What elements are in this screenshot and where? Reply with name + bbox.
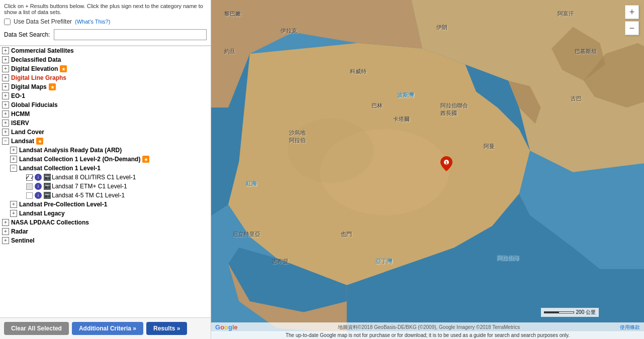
tree-label-radar: Radar [11,228,28,235]
label-yemen: 也門 [341,231,352,238]
checkbox-landsat-7[interactable] [26,183,33,190]
expand-icon-iserv[interactable]: + [2,120,9,127]
expand-icon-radar[interactable]: + [2,228,9,235]
tree-label-landsat-precollection: Landsat Pre-Collection Level-1 [19,201,107,208]
tree-item-landsat-legacy[interactable]: + Landsat Legacy [0,209,211,218]
favorite-icon-landsat-c1l2: ★ [142,156,149,163]
prefilter-checkbox[interactable] [4,19,11,25]
tree-label-declassified: Declassified Data [11,56,61,63]
tree-label-iserv: ISERV [11,120,29,127]
label-gulf-aden: 亞丁灣 [376,258,392,265]
scale-label: 200 公里 [576,309,596,316]
tree-item-landsat-c1l2[interactable]: + Landsat Collection 1 Level-2 (On-Deman… [0,155,211,164]
label-persian-gulf: 波斯灣 [397,91,414,99]
label-qatar: 卡塔爾 [393,116,410,123]
tree-item-landsat-45[interactable]: i 📷 Landsat 4-5 TM C1 Level-1 [0,191,211,200]
additional-criteria-button[interactable]: Additional Criteria » [72,322,143,335]
expand-icon-sentinel[interactable]: + [2,237,9,244]
zoom-in-button[interactable]: + [625,5,639,19]
tree-item-eo1[interactable]: + EO-1 [0,91,211,100]
expand-icon-landsat-precollection[interactable]: + [10,201,17,208]
tree-item-land-cover[interactable]: + Land Cover [0,128,211,137]
tree-item-declassified[interactable]: + Declassified Data [0,55,211,64]
expand-icon-nasa-lpdaac[interactable]: + [2,219,9,226]
expand-icon-commercial[interactable]: + [2,47,9,54]
tree-item-landsat-8[interactable]: ✓ i 📷 Landsat 8 OLI/TIRS C1 Level-1 [0,173,211,182]
map-controls: 🧍 + − [625,5,639,35]
tree-label-landsat-c1l1: Landsat Collection 1 Level-1 [19,165,101,172]
map-usage-link[interactable]: 使用條款 [620,324,640,331]
search-input[interactable] [54,29,207,40]
favorite-icon-digital-elevation: ★ [60,65,67,72]
camera-btn-landsat-45[interactable]: 📷 [44,192,51,199]
label-kuwait: 科威特 [350,68,366,75]
tree-label-landsat-c1l2: Landsat Collection 1 Level-2 (On-Demand) [19,156,140,163]
tree-container[interactable]: + Commercial Satellites + Declassified D… [0,46,211,317]
checkbox-landsat-45[interactable] [26,192,33,199]
info-btn-landsat-8[interactable]: i [35,174,42,181]
expand-icon-landsat[interactable]: − [2,138,9,145]
camera-btn-landsat-7[interactable]: 📷 [44,183,51,190]
tree-item-hcmm[interactable]: + HCMM [0,109,211,119]
tree-item-sentinel[interactable]: + Sentinel [0,236,211,245]
expand-icon-land-cover[interactable]: + [2,129,9,136]
info-btn-landsat-7[interactable]: i [35,183,42,190]
expand-icon-digital-elevation[interactable]: + [2,65,9,72]
tree-label-commercial: Commercial Satellites [11,47,74,54]
favorite-icon-landsat: ★ [36,138,43,145]
label-uae: 阿拉伯聯合酋長國 [440,102,468,117]
svg-point-20 [288,119,374,183]
camera-btn-landsat-8[interactable]: 📷 [44,174,51,181]
expand-icon-landsat-c1l2[interactable]: + [10,156,17,163]
map-panel: 黎巴嫩 伊拉克 伊朗 約旦 阿富汗 科威特 巴基斯坦 波斯灣 巴林 卡塔爾 阿拉… [211,0,644,339]
checkbox-landsat-8[interactable]: ✓ [26,174,33,181]
map-credit-bar: Google 地圖資料©2018 GeoBasis-DE/BKG (©2009)… [211,322,644,332]
tree-item-landsat[interactable]: − Landsat ★ [0,137,211,146]
map-credit-text: 地圖資料©2018 GeoBasis-DE/BKG (©2009), Googl… [338,324,520,331]
prefilter-link[interactable]: (What's This?) [75,19,110,25]
expand-icon-digital-line-graphs[interactable]: + [2,74,9,81]
google-logo: Google [215,323,238,331]
clear-all-button[interactable]: Clear All Selected [4,322,69,335]
label-jordan: 約旦 [224,48,235,55]
expand-icon-global-fiducials[interactable]: + [2,101,9,108]
label-bahrain: 巴林 [372,102,383,109]
label-afghanistan: 阿富汗 [558,10,574,18]
tree-label-landsat-7: Landsat 7 ETM+ C1 Level-1 [52,183,127,190]
svg-text:★: ★ [61,66,66,72]
description-text: Click on + Results buttons below. Click … [4,3,207,15]
tree-item-digital-elevation[interactable]: + Digital Elevation ★ [0,64,211,73]
expand-icon-declassified[interactable]: + [2,56,9,63]
expand-icon-digital-maps[interactable]: + [2,83,9,90]
expand-icon-landsat-ard[interactable]: + [10,147,17,154]
tree-label-digital-line-graphs: Digital Line Graphs [11,74,66,81]
tree-item-nasa-lpdaac[interactable]: + NASA LPDAAC Collections [0,218,211,227]
tree-item-commercial-satellites[interactable]: + Commercial Satellites [0,46,211,55]
tree-item-landsat-ard[interactable]: + Landsat Analysis Ready Data (ARD) [0,146,211,155]
expand-icon-landsat-c1l1[interactable]: − [10,165,17,172]
expand-icon-eo1[interactable]: + [2,92,9,99]
tree-item-global-fiducials[interactable]: + Global Fiducials [0,100,211,109]
label-pakistan: 巴基斯坦 [575,48,597,55]
tree-item-radar[interactable]: + Radar [0,227,211,236]
expand-icon-hcmm[interactable]: + [2,110,9,118]
expand-icon-landsat-legacy[interactable]: + [10,210,17,217]
results-button[interactable]: Results » [146,322,187,335]
tree-item-landsat-c1l1[interactable]: − Landsat Collection 1 Level-1 [0,164,211,173]
tree-item-digital-maps[interactable]: + Digital Maps ★ [0,82,211,91]
tree-item-iserv[interactable]: + ISERV [0,119,211,128]
tree-item-digital-line-graphs[interactable]: + Digital Line Graphs [0,73,211,82]
zoom-out-button[interactable]: − [625,21,639,35]
favorite-icon-digital-maps: ★ [49,83,56,90]
tree-label-digital-maps: Digital Maps [11,83,47,90]
tree-label-nasa-lpdaac: NASA LPDAAC Collections [11,219,89,226]
pin-svg: 1 [440,156,452,171]
tree-item-landsat-7[interactable]: i 📷 Landsat 7 ETM+ C1 Level-1 [0,182,211,191]
label-djibouti: 吉布提 [272,258,289,265]
tree-label-landsat-8: Landsat 8 OLI/TIRS C1 Level-1 [52,174,136,181]
tree-item-landsat-precollection[interactable]: + Landsat Pre-Collection Level-1 [0,200,211,209]
tree-label-digital-elevation: Digital Elevation [11,65,58,72]
map-area[interactable]: 黎巴嫩 伊拉克 伊朗 約旦 阿富汗 科威特 巴基斯坦 波斯灣 巴林 卡塔爾 阿拉… [211,0,644,339]
tree-label-land-cover: Land Cover [11,129,44,136]
info-btn-landsat-45[interactable]: i [35,192,42,199]
